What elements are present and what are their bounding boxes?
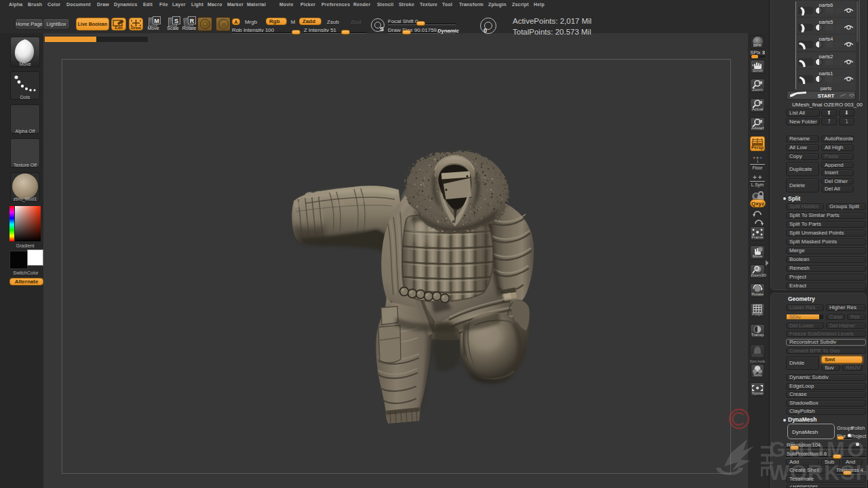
svg-text:WORKSHOP: WORKSHOP	[769, 460, 868, 485]
svg-text:GNOMON: GNOMON	[769, 437, 868, 462]
